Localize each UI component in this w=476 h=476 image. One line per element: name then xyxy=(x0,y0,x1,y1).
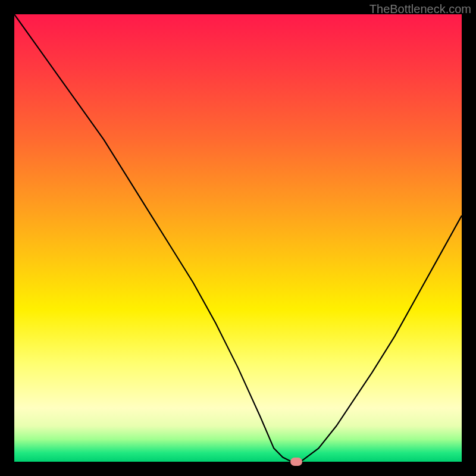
curve-path xyxy=(14,14,462,462)
plot-area xyxy=(14,14,462,462)
optimal-point-marker xyxy=(290,458,302,466)
watermark-text: TheBottleneck.com xyxy=(369,2,471,16)
bottleneck-curve xyxy=(14,14,462,462)
